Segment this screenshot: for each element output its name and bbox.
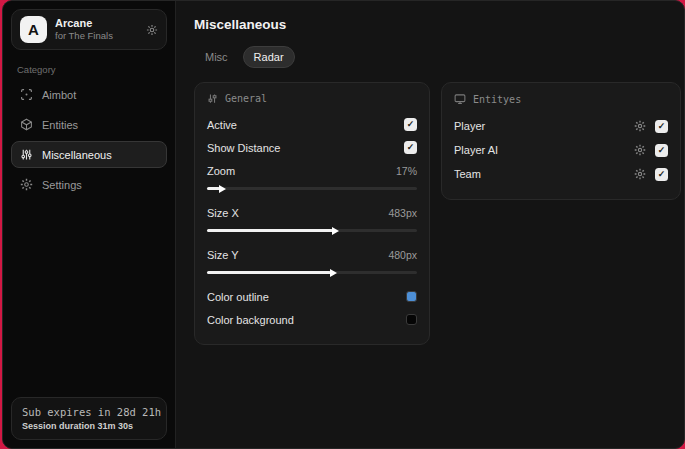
sidebar-item-entities[interactable]: Entities	[11, 111, 167, 138]
show-distance-checkbox[interactable]	[404, 141, 417, 154]
player-ai-label: Player AI	[454, 144, 498, 156]
gear-icon	[20, 178, 33, 191]
size-y-row: Size Y 480px	[207, 244, 417, 265]
sidebar-nav: Aimbot Entities Miscellaneous Settings	[11, 81, 167, 198]
size-y-value: 480px	[388, 249, 417, 261]
general-panel-title: General	[225, 93, 267, 104]
tab-radar[interactable]: Radar	[243, 46, 295, 68]
crosshair-icon	[20, 88, 33, 101]
color-background-label: Color background	[207, 314, 294, 326]
player-ai-row: Player AI	[454, 139, 668, 161]
size-y-label: Size Y	[207, 249, 239, 261]
color-outline-swatch[interactable]	[406, 291, 417, 302]
sub-expires-text: Sub expires in 28d 21h	[22, 406, 156, 418]
player-checkbox[interactable]	[655, 120, 668, 133]
size-x-row: Size X 483px	[207, 202, 417, 223]
size-x-slider-thumb[interactable]	[332, 227, 339, 235]
player-label: Player	[454, 120, 485, 132]
sidebar-item-label: Miscellaneous	[42, 149, 112, 161]
team-row: Team	[454, 163, 668, 185]
zoom-slider[interactable]	[207, 187, 417, 190]
monitor-icon	[454, 93, 466, 105]
cube-icon	[20, 118, 33, 131]
entities-panel-title: Entityes	[473, 94, 521, 105]
size-x-slider[interactable]	[207, 229, 417, 232]
show-distance-row: Show Distance	[207, 137, 417, 158]
size-x-value: 483px	[388, 207, 417, 219]
sliders-icon	[207, 93, 218, 104]
brand-gear-icon[interactable]	[146, 24, 158, 36]
sidebar-item-aimbot[interactable]: Aimbot	[11, 81, 167, 108]
sidebar-item-label: Entities	[42, 119, 78, 131]
active-row: Active	[207, 114, 417, 135]
player-row: Player	[454, 115, 668, 137]
player-ai-settings-gear-icon[interactable]	[634, 144, 646, 156]
color-outline-row: Color outline	[207, 286, 417, 307]
subscription-card: Sub expires in 28d 21h Session duration …	[11, 397, 167, 440]
color-outline-label: Color outline	[207, 291, 269, 303]
sidebar-item-miscellaneous[interactable]: Miscellaneous	[11, 141, 167, 168]
equalizer-icon	[20, 148, 33, 161]
color-background-row: Color background	[207, 309, 417, 330]
category-label: Category	[17, 64, 161, 75]
zoom-slider-thumb[interactable]	[219, 185, 226, 193]
main-content: Miscellaneous Misc Radar General Active	[176, 1, 685, 448]
page-title: Miscellaneous	[194, 17, 681, 32]
entities-panel: Entityes Player Player AI	[441, 82, 681, 200]
active-label: Active	[207, 119, 237, 131]
zoom-row: Zoom 17%	[207, 160, 417, 181]
player-ai-checkbox[interactable]	[655, 144, 668, 157]
app-name: Arcane	[55, 17, 138, 31]
session-duration-text: Session duration 31m 30s	[22, 421, 156, 431]
sidebar-item-label: Aimbot	[42, 89, 76, 101]
brand-card: A Arcane for The Finals	[11, 9, 167, 50]
active-checkbox[interactable]	[404, 118, 417, 131]
zoom-value: 17%	[396, 165, 417, 177]
sidebar-item-label: Settings	[42, 179, 82, 191]
sidebar: A Arcane for The Finals Category Aimbot	[3, 1, 176, 448]
app-logo: A	[20, 16, 47, 43]
team-settings-gear-icon[interactable]	[634, 168, 646, 180]
tab-bar: Misc Radar	[194, 46, 681, 68]
player-settings-gear-icon[interactable]	[634, 120, 646, 132]
sidebar-item-settings[interactable]: Settings	[11, 171, 167, 198]
show-distance-label: Show Distance	[207, 142, 280, 154]
size-y-slider-thumb[interactable]	[330, 269, 337, 277]
team-checkbox[interactable]	[655, 168, 668, 181]
tab-misc[interactable]: Misc	[194, 46, 239, 68]
size-x-label: Size X	[207, 207, 239, 219]
general-panel: General Active Show Distance Zoom 17%	[194, 82, 430, 345]
app-window: A Arcane for The Finals Category Aimbot	[2, 0, 685, 449]
team-label: Team	[454, 168, 481, 180]
zoom-label: Zoom	[207, 165, 235, 177]
app-subtitle: for The Finals	[55, 30, 138, 42]
size-y-slider[interactable]	[207, 271, 417, 274]
color-background-swatch[interactable]	[406, 314, 417, 325]
